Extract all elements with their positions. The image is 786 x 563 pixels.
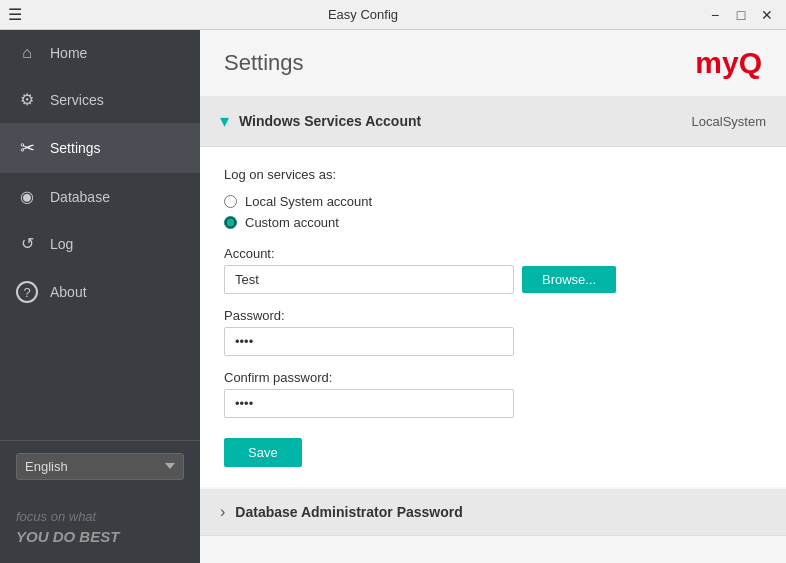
windows-services-section: ▾ Windows Services Account LocalSystem L… [200, 96, 786, 487]
sidebar-label-database: Database [50, 189, 110, 205]
window-controls: − □ ✕ [704, 4, 778, 26]
password-label: Password: [224, 308, 762, 323]
restore-button[interactable]: □ [730, 4, 752, 26]
radio-custom[interactable]: Custom account [224, 215, 762, 230]
tagline: focus on what YOU DO BEST [0, 492, 200, 563]
logo-text: my [695, 46, 738, 79]
windows-services-chevron: ▾ [220, 110, 229, 132]
db-admin-section: › Database Administrator Password [200, 489, 786, 536]
radio-local-system[interactable]: Local System account [224, 194, 762, 209]
sidebar-label-settings: Settings [50, 140, 101, 156]
windows-services-value: LocalSystem [692, 114, 766, 129]
sidebar-item-home[interactable]: ⌂ Home [0, 30, 200, 76]
password-field-group: Password: [224, 308, 762, 356]
app-body: ⌂ Home ⚙ Services ✂ Settings ◉ Database … [0, 30, 786, 563]
radio-local-input[interactable] [224, 195, 237, 208]
main-header: Settings myQ [200, 30, 786, 96]
password-row [224, 327, 762, 356]
close-button[interactable]: ✕ [756, 4, 778, 26]
sidebar-item-database[interactable]: ◉ Database [0, 173, 200, 220]
sidebar-item-about[interactable]: ? About [0, 267, 200, 317]
settings-content: ▾ Windows Services Account LocalSystem L… [200, 96, 786, 563]
tagline-line2: YOU DO BEST [16, 526, 184, 547]
sidebar-label-home: Home [50, 45, 87, 61]
log-icon: ↺ [16, 234, 38, 253]
services-icon: ⚙ [16, 90, 38, 109]
account-input[interactable] [224, 265, 514, 294]
account-field-group: Account: Browse... [224, 246, 762, 294]
myq-logo: myQ [695, 46, 762, 80]
confirm-password-label: Confirm password: [224, 370, 762, 385]
account-row: Browse... [224, 265, 762, 294]
about-icon: ? [16, 281, 38, 303]
windows-services-title: Windows Services Account [239, 113, 421, 129]
confirm-password-input[interactable] [224, 389, 514, 418]
log-on-label: Log on services as: [224, 167, 762, 182]
sidebar: ⌂ Home ⚙ Services ✂ Settings ◉ Database … [0, 30, 200, 563]
sidebar-label-about: About [50, 284, 87, 300]
db-admin-title: Database Administrator Password [235, 504, 462, 520]
sidebar-label-services: Services [50, 92, 104, 108]
titlebar-title: Easy Config [22, 7, 704, 22]
db-admin-header-left: › Database Administrator Password [220, 503, 463, 521]
section-header-left: ▾ Windows Services Account [220, 110, 421, 132]
radio-custom-label: Custom account [245, 215, 339, 230]
language-select[interactable]: English Deutsch Français Español [16, 453, 184, 480]
sidebar-nav: ⌂ Home ⚙ Services ✂ Settings ◉ Database … [0, 30, 200, 440]
sidebar-label-log: Log [50, 236, 73, 252]
radio-local-label: Local System account [245, 194, 372, 209]
tagline-line1: focus on what [16, 508, 184, 526]
main-content: Settings myQ ▾ Windows Services Account … [200, 30, 786, 563]
confirm-password-row [224, 389, 762, 418]
sidebar-item-services[interactable]: ⚙ Services [0, 76, 200, 123]
sidebar-item-log[interactable]: ↺ Log [0, 220, 200, 267]
logo-q: Q [739, 46, 762, 79]
browse-button[interactable]: Browse... [522, 266, 616, 293]
minimize-button[interactable]: − [704, 4, 726, 26]
db-admin-header[interactable]: › Database Administrator Password [200, 489, 786, 536]
hamburger-icon[interactable]: ☰ [8, 5, 22, 24]
account-label: Account: [224, 246, 762, 261]
home-icon: ⌂ [16, 44, 38, 62]
db-admin-chevron: › [220, 503, 225, 521]
settings-icon: ✂ [16, 137, 38, 159]
page-title: Settings [224, 50, 304, 76]
confirm-password-field-group: Confirm password: [224, 370, 762, 418]
titlebar: ☰ Easy Config − □ ✕ [0, 0, 786, 30]
radio-custom-input[interactable] [224, 216, 237, 229]
windows-services-header[interactable]: ▾ Windows Services Account LocalSystem [200, 96, 786, 147]
language-selector-container: English Deutsch Français Español [0, 440, 200, 492]
database-icon: ◉ [16, 187, 38, 206]
password-input[interactable] [224, 327, 514, 356]
windows-services-body: Log on services as: Local System account… [200, 147, 786, 487]
sidebar-item-settings[interactable]: ✂ Settings [0, 123, 200, 173]
save-button[interactable]: Save [224, 438, 302, 467]
radio-group: Local System account Custom account [224, 194, 762, 230]
